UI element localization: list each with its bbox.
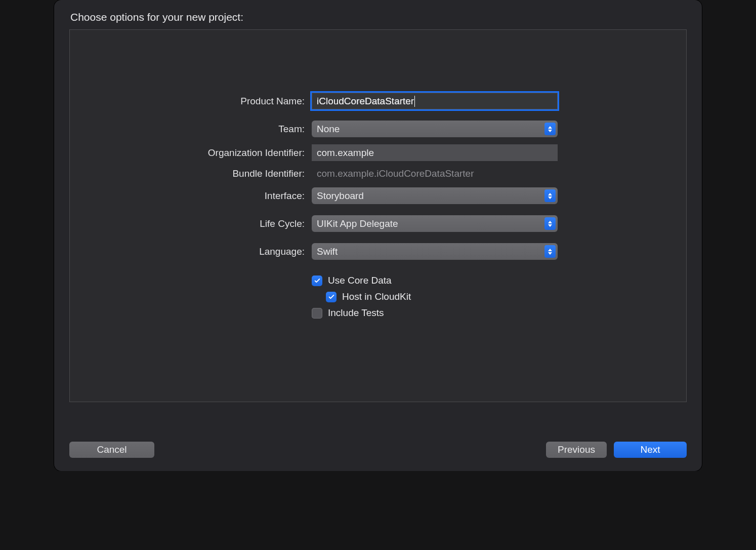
row-org-identifier: Organization Identifier:: [70, 144, 686, 161]
host-cloudkit-checkbox[interactable]: [326, 292, 337, 302]
life-cycle-popup[interactable]: UIKit App Delegate: [312, 215, 558, 232]
updown-stepper-icon: [544, 123, 556, 135]
language-popup[interactable]: Swift: [312, 243, 558, 260]
label-bundle-identifier: Bundle Identifier:: [70, 168, 312, 179]
host-cloudkit-label: Host in CloudKit: [342, 291, 411, 302]
bundle-identifier-value: com.example.iCloudCoreDataStarter: [312, 168, 474, 179]
label-team: Team:: [70, 124, 312, 135]
product-name-input[interactable]: [312, 93, 558, 109]
interface-popup[interactable]: Storyboard: [312, 187, 558, 204]
row-language: Language: Swift: [70, 243, 686, 260]
previous-button[interactable]: Previous: [546, 442, 607, 458]
org-identifier-input[interactable]: [312, 144, 558, 161]
row-interface: Interface: Storyboard: [70, 187, 686, 204]
label-life-cycle: Life Cycle:: [70, 218, 312, 229]
use-core-data-label: Use Core Data: [328, 275, 392, 286]
checkmark-icon: [328, 293, 335, 300]
row-product-name: Product Name: iCloudCoreDataStarter: [70, 93, 686, 109]
row-life-cycle: Life Cycle: UIKit App Delegate: [70, 215, 686, 232]
row-host-cloudkit: Host in CloudKit: [70, 291, 686, 302]
updown-stepper-icon: [544, 245, 556, 258]
row-include-tests: Include Tests: [70, 307, 686, 319]
team-popup-value: None: [317, 124, 340, 135]
label-org-identifier: Organization Identifier:: [70, 147, 312, 159]
label-product-name: Product Name:: [70, 96, 312, 107]
next-button[interactable]: Next: [614, 442, 687, 458]
sheet-heading: Choose options for your new project:: [54, 0, 702, 29]
row-use-core-data: Use Core Data: [70, 275, 686, 286]
row-bundle-identifier: Bundle Identifier: com.example.iCloudCor…: [70, 168, 686, 179]
new-project-options-sheet: Choose options for your new project: Pro…: [54, 0, 702, 471]
sheet-footer: Cancel Previous Next: [54, 428, 702, 471]
label-interface: Interface:: [70, 190, 312, 202]
options-panel: Product Name: iCloudCoreDataStarter Team…: [69, 29, 687, 402]
team-popup[interactable]: None: [312, 121, 558, 137]
use-core-data-checkbox[interactable]: [312, 276, 322, 286]
interface-popup-value: Storyboard: [317, 190, 364, 202]
life-cycle-popup-value: UIKit App Delegate: [317, 218, 398, 229]
label-language: Language:: [70, 246, 312, 257]
row-team: Team: None: [70, 121, 686, 137]
cancel-button[interactable]: Cancel: [69, 442, 154, 458]
checkmark-icon: [314, 277, 321, 284]
updown-stepper-icon: [544, 217, 556, 230]
language-popup-value: Swift: [317, 246, 338, 257]
include-tests-label: Include Tests: [328, 307, 384, 319]
include-tests-checkbox[interactable]: [312, 308, 322, 319]
updown-stepper-icon: [544, 189, 556, 202]
